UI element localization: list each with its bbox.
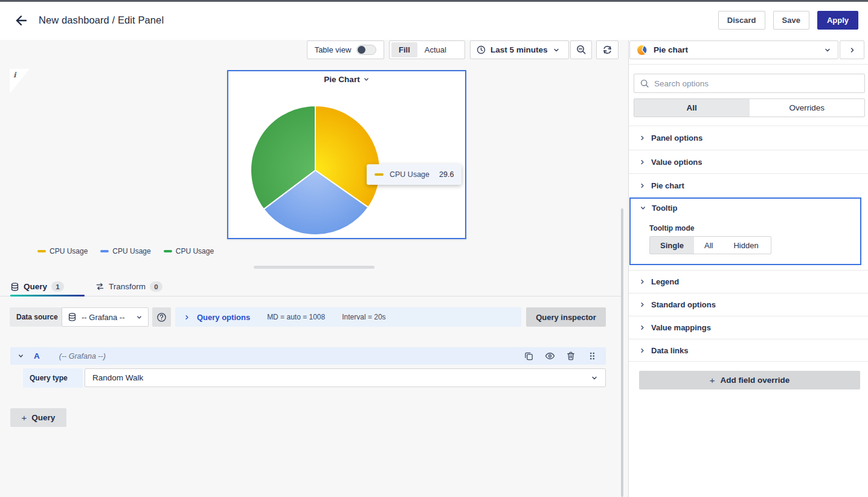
- add-query-button[interactable]: + Query: [10, 408, 66, 427]
- chevron-right-icon: [184, 314, 190, 321]
- section-pie-chart[interactable]: Pie chart: [629, 173, 868, 197]
- zoom-out-button[interactable]: [570, 40, 592, 59]
- tooltip-value: 29.6: [439, 170, 454, 179]
- section-panel-options[interactable]: Panel options: [629, 126, 868, 150]
- section-tooltip-expanded: Tooltip Tooltip mode Single All Hidden: [629, 197, 861, 265]
- add-query-label: Query: [31, 413, 55, 422]
- info-icon: i: [13, 71, 16, 79]
- tab-query-label: Query: [24, 282, 47, 291]
- legend-item[interactable]: CPU Usage: [164, 247, 214, 255]
- panel-title: Pie Chart: [324, 75, 359, 84]
- query-inspector-button[interactable]: Query inspector: [526, 307, 606, 327]
- section-value-options[interactable]: Value options: [629, 150, 868, 173]
- eye-icon: [545, 351, 555, 361]
- section-label: Pie chart: [651, 181, 684, 190]
- chevron-down-icon: [136, 314, 143, 321]
- section-value-mappings[interactable]: Value mappings: [629, 316, 868, 339]
- section-label: Value options: [651, 158, 702, 167]
- time-range-picker[interactable]: Last 5 minutes: [470, 40, 569, 59]
- query-type-label: Query type: [23, 368, 83, 388]
- search-icon: [640, 79, 649, 88]
- header-bar: New dashboard / Edit Panel Discard Save …: [0, 0, 868, 40]
- tooltip-mode-label: Tooltip mode: [649, 224, 694, 232]
- query-type-value: Random Walk: [92, 373, 591, 382]
- section-label: Legend: [651, 277, 679, 286]
- zoom-out-icon: [576, 45, 587, 55]
- legend-item[interactable]: CPU Usage: [100, 247, 150, 255]
- chevron-down-icon: [640, 205, 646, 211]
- section-label: Panel options: [651, 133, 702, 143]
- tab-transform-count: 0: [150, 281, 162, 292]
- table-view-toggle[interactable]: [356, 45, 376, 55]
- query-row-header[interactable]: A (-- Grafana --): [10, 347, 606, 365]
- tooltip-mode-all[interactable]: All: [694, 237, 723, 254]
- query-options-collapsed[interactable]: Query options MD = auto = 1008 Interval …: [175, 307, 521, 327]
- duplicate-query-button[interactable]: [522, 350, 535, 363]
- tab-query-count: 1: [51, 281, 64, 292]
- query-type-select[interactable]: Random Walk: [85, 368, 606, 387]
- save-button[interactable]: Save: [773, 11, 809, 30]
- display-mode-group: Fill Actual: [389, 40, 465, 59]
- apply-button[interactable]: Apply: [817, 11, 858, 30]
- chevron-down-icon: [363, 76, 370, 83]
- options-search[interactable]: [634, 74, 865, 93]
- tooltip-section-header[interactable]: Tooltip: [640, 204, 677, 213]
- trash-icon: [567, 351, 575, 361]
- delete-query-button[interactable]: [564, 350, 577, 363]
- chevron-right-icon: [639, 135, 646, 141]
- pie-svg[interactable]: [249, 104, 382, 237]
- refresh-icon: [602, 45, 612, 55]
- section-standard-options[interactable]: Standard options: [629, 293, 868, 316]
- actual-option[interactable]: Actual: [417, 42, 454, 57]
- breadcrumb: New dashboard / Edit Panel: [39, 0, 164, 40]
- drag-query-handle[interactable]: [585, 350, 599, 363]
- refresh-button[interactable]: [596, 40, 619, 59]
- chevron-right-icon: [639, 347, 646, 354]
- datasource-help-button[interactable]: [152, 307, 171, 327]
- help-circle-icon: [156, 312, 167, 322]
- add-field-override-button[interactable]: + Add field override: [639, 371, 860, 390]
- left-pane-scrollbar[interactable]: [621, 208, 623, 497]
- tab-query[interactable]: Query 1: [10, 277, 64, 297]
- panel-title-menu[interactable]: Pie Chart: [228, 75, 465, 84]
- filter-overrides-tab[interactable]: Overrides: [750, 99, 865, 117]
- time-range-label: Last 5 minutes: [490, 45, 548, 54]
- hide-query-button[interactable]: [543, 350, 556, 363]
- tooltip-mode-hidden[interactable]: Hidden: [723, 237, 768, 254]
- chevron-right-icon: [639, 278, 646, 285]
- fill-option[interactable]: Fill: [391, 42, 417, 57]
- legend-item[interactable]: CPU Usage: [37, 247, 88, 255]
- section-data-links[interactable]: Data links: [629, 339, 868, 362]
- window-top-edge: [0, 0, 868, 2]
- filter-all-tab[interactable]: All: [634, 99, 750, 117]
- chevron-right-icon: [639, 301, 646, 308]
- pie-chart[interactable]: [249, 104, 382, 237]
- back-button[interactable]: [12, 11, 30, 30]
- chevron-right-icon: [849, 46, 856, 54]
- section-legend[interactable]: Legend: [629, 270, 868, 293]
- legend-marker: [37, 250, 46, 252]
- table-view-label: Table view: [315, 45, 352, 54]
- plus-icon: +: [22, 412, 27, 423]
- options-filter-tabs: All Overrides: [634, 98, 865, 117]
- legend-marker: [164, 250, 172, 252]
- collapse-options-pane-button[interactable]: [840, 40, 864, 59]
- discard-button[interactable]: Discard: [718, 11, 765, 30]
- chart-legend: CPU Usage CPU Usage CPU Usage: [37, 247, 214, 255]
- pane-resize-handle[interactable]: [254, 266, 375, 269]
- query-ref-id: A: [34, 351, 40, 361]
- tab-transform[interactable]: Transform 0: [95, 277, 162, 297]
- section-label: Value mappings: [651, 323, 711, 332]
- visualization-picker[interactable]: Pie chart: [629, 40, 838, 59]
- panel-info-corner[interactable]: i: [10, 69, 30, 94]
- add-field-override-label: Add field override: [720, 376, 789, 385]
- tooltip-mode-single[interactable]: Single: [650, 237, 694, 254]
- datasource-picker[interactable]: -- Grafana --: [62, 307, 149, 327]
- interval-text: Interval = 20s: [342, 313, 385, 321]
- database-icon: [10, 282, 19, 292]
- table-view-toggle-group: Table view: [307, 40, 384, 59]
- options-search-input[interactable]: [654, 79, 858, 88]
- query-options-label: Query options: [197, 313, 250, 322]
- section-label: Tooltip: [652, 204, 677, 213]
- toggle-knob: [358, 46, 365, 54]
